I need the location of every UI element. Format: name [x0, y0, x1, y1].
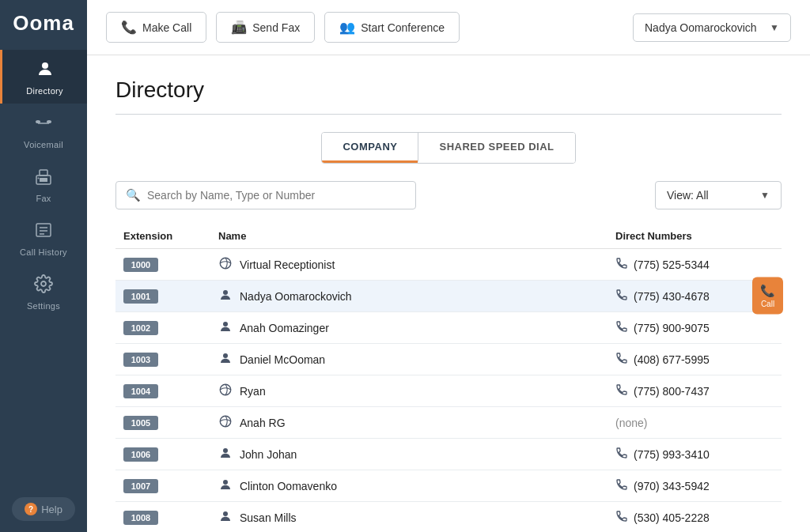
- sidebar: Ooma Directory Voicemail: [0, 0, 87, 532]
- sidebar-bottom: ? Help: [0, 486, 87, 532]
- help-label: Help: [41, 504, 62, 515]
- tab-speed-dial[interactable]: SHARED SPEED DIAL: [418, 133, 574, 163]
- extension-badge: 1008: [123, 511, 158, 525]
- make-call-button[interactable]: 📞 Make Call: [106, 12, 206, 43]
- sidebar-label-voicemail: Voicemail: [24, 140, 63, 149]
- search-row: 🔍 View: All ▼: [115, 181, 782, 209]
- cell-name: Clinton Oomavenko: [210, 470, 608, 502]
- phone-icon: 📞: [121, 20, 137, 35]
- make-call-label: Make Call: [142, 21, 191, 34]
- person-name: John Johan: [240, 448, 297, 461]
- topbar: 📞 Make Call 📠 Send Fax 👥 Start Conferenc…: [87, 0, 810, 55]
- person-name: Clinton Oomavenko: [240, 480, 337, 492]
- table-row: 1003Daniel McOoman(408) 677-5995: [115, 344, 782, 375]
- cell-extension: 1002: [115, 312, 210, 344]
- start-conference-button[interactable]: 👥 Start Conference: [324, 12, 460, 43]
- phone-icon: [615, 289, 628, 304]
- extension-badge: 1007: [123, 479, 158, 493]
- extension-badge: 1005: [123, 416, 158, 430]
- cell-name: Ryan: [210, 375, 608, 407]
- person-name: Anah RG: [240, 417, 286, 429]
- help-button[interactable]: ? Help: [12, 497, 75, 521]
- cell-extension: 1003: [115, 344, 210, 375]
- person-name: Susan Mills: [240, 511, 297, 524]
- cell-phone: (530) 405-2228: [608, 502, 782, 533]
- cell-phone: (970) 343-5942: [608, 470, 782, 502]
- send-fax-label: Send Fax: [252, 21, 300, 34]
- svg-point-16: [220, 384, 231, 395]
- user-dropdown[interactable]: Nadya Oomarockovich ▼: [633, 13, 791, 42]
- tab-company[interactable]: COMPANY: [322, 133, 418, 163]
- send-fax-button[interactable]: 📠 Send Fax: [216, 12, 315, 43]
- table-row: 1001Nadya Oomarockovich(775) 430-4678📞Ca…: [115, 281, 782, 312]
- table-row: 1000Virtual Receptionist(775) 525-5344: [115, 249, 782, 281]
- help-icon: ?: [25, 503, 37, 515]
- search-box: 🔍: [115, 181, 416, 209]
- table-body: 1000Virtual Receptionist(775) 525-534410…: [115, 249, 782, 533]
- search-input[interactable]: [147, 189, 406, 202]
- view-dropdown-label: View: All: [667, 189, 709, 202]
- sidebar-item-voicemail[interactable]: Voicemail: [0, 104, 87, 157]
- virtual-icon: [218, 383, 233, 399]
- extension-badge: 1002: [123, 321, 158, 335]
- sidebar-label-fax: Fax: [36, 194, 51, 203]
- cell-extension: 1005: [115, 407, 210, 439]
- cell-name: Anah RG: [210, 407, 608, 439]
- phone-icon: [615, 447, 628, 462]
- table-row: 1006John Johan(775) 993-3410: [115, 439, 782, 470]
- table-row: 1007Clinton Oomavenko(970) 343-5942: [115, 470, 782, 502]
- phone-number: (775) 993-3410: [634, 448, 710, 461]
- page-title: Directory: [115, 77, 782, 103]
- svg-point-14: [223, 322, 228, 326]
- sidebar-item-callhistory[interactable]: Call History: [0, 211, 87, 265]
- view-chevron-down-icon: ▼: [760, 190, 770, 201]
- sidebar-item-fax[interactable]: Fax: [0, 157, 87, 211]
- fax-topbar-icon: 📠: [231, 20, 247, 35]
- no-phone: (none): [615, 417, 647, 429]
- person-icon: [218, 446, 233, 462]
- col-header-name: Name: [210, 225, 608, 249]
- person-icon: [218, 288, 233, 304]
- cell-phone: (none): [608, 407, 782, 439]
- cell-name: Anah Oomazinger: [210, 312, 608, 344]
- tabs: COMPANY SHARED SPEED DIAL: [321, 132, 575, 164]
- sidebar-label-settings: Settings: [27, 301, 60, 311]
- phone-number: (775) 525-5344: [634, 258, 710, 271]
- extension-badge: 1000: [123, 258, 158, 272]
- person-icon: [218, 509, 233, 526]
- person-icon: [218, 351, 233, 368]
- directory-icon: [36, 59, 55, 83]
- sidebar-item-settings[interactable]: Settings: [0, 265, 87, 319]
- cell-extension: 1008: [115, 502, 210, 533]
- cell-name: Susan Mills: [210, 502, 608, 533]
- cell-phone: (408) 677-5995: [608, 344, 782, 375]
- conference-icon: 👥: [339, 20, 355, 35]
- person-name: Ryan: [240, 385, 266, 398]
- settings-icon: [34, 274, 53, 298]
- extension-badge: 1001: [123, 289, 158, 304]
- svg-point-19: [223, 480, 228, 485]
- cell-name: John Johan: [210, 439, 608, 470]
- svg-point-13: [223, 290, 228, 295]
- table-row: 1004Ryan(775) 800-7437: [115, 375, 782, 407]
- call-button[interactable]: 📞Call: [752, 277, 783, 315]
- sidebar-label-callhistory: Call History: [20, 247, 67, 257]
- search-icon: 🔍: [126, 188, 141, 202]
- svg-point-12: [220, 258, 231, 269]
- svg-point-0: [42, 62, 48, 69]
- callhistory-icon: [34, 221, 53, 244]
- sidebar-item-directory[interactable]: Directory: [0, 50, 87, 104]
- extension-badge: 1006: [123, 447, 158, 462]
- cell-extension: 1000: [115, 249, 210, 281]
- cell-extension: 1006: [115, 439, 210, 470]
- person-name: Virtual Receptionist: [240, 258, 335, 271]
- cell-phone: (775) 993-3410: [608, 439, 782, 470]
- cell-extension: 1004: [115, 375, 210, 407]
- phone-icon: [615, 478, 628, 493]
- call-phone-icon: 📞: [760, 284, 775, 298]
- directory-table: Extension Name Direct Numbers 1000Virtua…: [115, 225, 782, 532]
- person-icon: [218, 477, 233, 494]
- view-dropdown[interactable]: View: All ▼: [655, 181, 782, 209]
- svg-rect-4: [40, 170, 47, 175]
- table-row: 1002Anah Oomazinger(775) 900-9075: [115, 312, 782, 344]
